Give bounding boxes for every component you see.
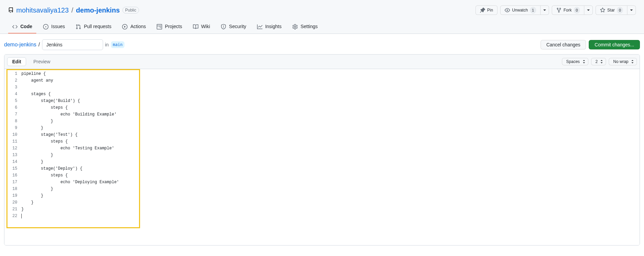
line-number: 14 — [4, 158, 17, 165]
tab-preview[interactable]: Preview — [28, 57, 55, 66]
code-line[interactable]: echo 'Deploying Example' — [21, 179, 119, 186]
nav-code-label: Code — [20, 23, 32, 30]
line-number: 12 — [4, 145, 17, 152]
filename-input[interactable] — [42, 39, 103, 50]
editor-header: Edit Preview Spaces 2 No wrap — [4, 55, 640, 69]
code-line[interactable]: } — [21, 206, 119, 213]
line-number: 1 — [4, 70, 17, 77]
line-number: 22 — [4, 213, 17, 219]
unwatch-label: Unwatch — [512, 7, 528, 14]
star-button[interactable]: Star 0 — [596, 5, 627, 15]
nav-wiki-label: Wiki — [201, 23, 210, 30]
star-button-group: Star 0 — [596, 5, 636, 15]
nav-issues[interactable]: Issues — [39, 20, 69, 34]
wrap-select[interactable]: No wrap — [609, 58, 637, 65]
star-label: Star — [607, 7, 615, 14]
watch-count: 1 — [530, 7, 536, 14]
fork-label: Fork — [564, 7, 572, 14]
repo-owner-link[interactable]: mohitsavaliya123 — [16, 6, 69, 14]
issue-icon — [43, 24, 48, 29]
eye-icon — [505, 7, 510, 13]
cancel-changes-button[interactable]: Cancel changes — [541, 40, 586, 49]
nav-security[interactable]: Security — [217, 20, 250, 34]
nav-actions[interactable]: Actions — [118, 20, 150, 34]
repo-nav: Code Issues Pull requests Actions Projec… — [8, 20, 636, 34]
nav-wiki[interactable]: Wiki — [189, 20, 214, 34]
book-icon — [193, 24, 198, 29]
code-editor[interactable]: 12345678910111213141516171819202122 pipe… — [4, 69, 640, 245]
code-content[interactable]: pipeline { agent any stages { stage('Bui… — [21, 69, 119, 245]
fork-button-group: Fork 0 — [552, 5, 593, 15]
shield-icon — [221, 24, 226, 29]
fork-icon — [556, 7, 562, 13]
nav-actions-label: Actions — [130, 23, 146, 30]
line-number: 20 — [4, 199, 17, 206]
line-number: 10 — [4, 131, 17, 138]
file-path-left: demo-jenkins / in main — [4, 39, 124, 50]
unwatch-button[interactable]: Unwatch 1 — [500, 5, 541, 15]
line-number: 5 — [4, 98, 17, 104]
repo-name-link[interactable]: demo-jenkins — [76, 6, 120, 14]
line-number: 8 — [4, 118, 17, 125]
code-line[interactable]: steps { — [21, 172, 119, 179]
line-number: 21 — [4, 206, 17, 213]
star-dropdown-button[interactable] — [627, 5, 636, 15]
line-number: 18 — [4, 186, 17, 192]
editor-tabs: Edit Preview — [7, 57, 55, 66]
nav-issues-label: Issues — [51, 23, 65, 30]
repo-header: mohitsavaliya123 / demo-jenkins Public P… — [0, 0, 644, 34]
nav-settings[interactable]: Settings — [288, 20, 322, 34]
nav-projects-label: Projects — [165, 23, 182, 30]
indent-mode-select[interactable]: Spaces — [562, 58, 588, 65]
code-line[interactable]: } — [21, 158, 119, 165]
indent-size-select[interactable]: 2 — [591, 58, 606, 65]
code-icon — [12, 24, 18, 29]
line-number: 6 — [4, 104, 17, 111]
code-line[interactable]: stage('Build') { — [21, 98, 119, 104]
code-line[interactable]: agent any — [21, 77, 119, 84]
in-text: in — [105, 42, 109, 47]
line-number: 7 — [4, 111, 17, 118]
visibility-badge: Public — [122, 7, 139, 14]
breadcrumb-repo-link[interactable]: demo-jenkins — [4, 42, 36, 48]
fork-dropdown-button[interactable] — [584, 5, 593, 15]
nav-projects[interactable]: Projects — [153, 20, 186, 34]
line-number: 9 — [4, 125, 17, 131]
code-line[interactable]: steps { — [21, 104, 119, 111]
code-line[interactable]: steps { — [21, 138, 119, 145]
nav-pull-requests[interactable]: Pull requests — [72, 20, 115, 34]
code-line[interactable]: } — [21, 152, 119, 158]
fork-button[interactable]: Fork 0 — [552, 5, 584, 15]
line-number: 4 — [4, 91, 17, 98]
code-line[interactable]: stages { — [21, 91, 119, 98]
code-line[interactable]: } — [21, 125, 119, 131]
code-line[interactable]: stage('Deploy') { — [21, 165, 119, 172]
nav-code[interactable]: Code — [8, 20, 36, 34]
text-cursor — [21, 214, 22, 218]
file-path-bar: demo-jenkins / in main Cancel changes Co… — [0, 34, 644, 54]
code-line[interactable]: echo 'Testing Example' — [21, 145, 119, 152]
code-line[interactable]: } — [21, 199, 119, 206]
code-line[interactable]: echo 'Building Example' — [21, 111, 119, 118]
code-line[interactable] — [21, 213, 119, 219]
watch-dropdown-button[interactable] — [541, 5, 549, 15]
code-line[interactable]: } — [21, 192, 119, 199]
code-line[interactable]: } — [21, 186, 119, 192]
code-line[interactable]: } — [21, 118, 119, 125]
chevron-down-icon — [587, 9, 590, 11]
line-number: 11 — [4, 138, 17, 145]
line-number: 13 — [4, 152, 17, 158]
indent-mode-value: Spaces — [566, 59, 580, 64]
nav-insights[interactable]: Insights — [253, 20, 286, 34]
commit-changes-button[interactable]: Commit changes... — [589, 40, 640, 49]
code-line[interactable]: stage('Test') { — [21, 131, 119, 138]
repo-actions: Pin Unwatch 1 Fork 0 — [475, 5, 636, 15]
nav-pr-label: Pull requests — [84, 23, 111, 30]
tab-edit[interactable]: Edit — [7, 57, 26, 66]
star-icon — [600, 7, 605, 13]
branch-pill[interactable]: main — [111, 41, 125, 48]
pin-button[interactable]: Pin — [475, 5, 497, 15]
code-line[interactable]: pipeline { — [21, 70, 119, 77]
pull-request-icon — [76, 24, 81, 29]
code-line[interactable] — [21, 84, 119, 91]
